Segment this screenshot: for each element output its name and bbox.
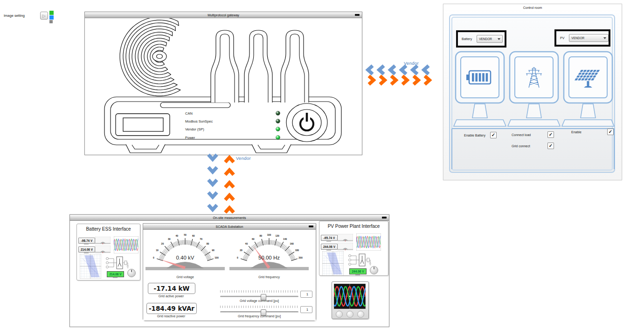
gateway-titlebar[interactable]: Multiprotocol gateway — [85, 12, 362, 18]
mini-gauge — [95, 237, 111, 244]
pv-vendor-group: PV VENDOR — [554, 29, 610, 47]
desktop: Image setting ▷ Multiprotocol gateway CA… — [0, 0, 644, 328]
xy-plot — [80, 254, 101, 279]
oscilloscope-knob[interactable] — [357, 311, 364, 318]
control-room-window: Control room Battery VENDOR PV VENDOR En… — [443, 4, 622, 180]
led-label: Modbus SunSpec — [185, 119, 213, 123]
svg-text:80: 80 — [207, 242, 209, 245]
green-voltage-display: 214.06 V — [107, 271, 124, 277]
knob — [127, 269, 136, 277]
gateway-title: Multiprotocol gateway — [208, 14, 239, 17]
knob — [370, 266, 378, 274]
vendor-link-arrows-vertical — [204, 152, 260, 213]
green-square-icon — [49, 11, 54, 15]
svg-text:120: 120 — [275, 234, 279, 237]
svg-text:60: 60 — [252, 238, 255, 240]
led-label: Vendor (SP) — [185, 127, 204, 131]
svg-text:100: 100 — [215, 256, 219, 259]
battery-vendor-dropdown[interactable]: VENDOR — [477, 35, 503, 43]
battery-vendor-value: VENDOR — [479, 37, 492, 41]
pv-vendor-dropdown[interactable]: VENDOR — [569, 34, 609, 42]
display-caption — [326, 241, 331, 242]
gateway-drawing: CANModbus SunSpecVendor (SP)Power — [85, 18, 361, 154]
svg-text:20: 20 — [240, 249, 242, 252]
scada-titlebar[interactable]: SCADA Substation — [143, 224, 316, 230]
grid-active-power-display: -17.14 kW — [148, 283, 195, 294]
grid-voltage-command-value[interactable]: 1 — [300, 291, 312, 298]
checkbox-grid-connect[interactable]: ✓ — [547, 143, 554, 149]
dc-voltage-display: -95.74 V — [321, 235, 338, 241]
svg-text:200: 200 — [298, 256, 303, 259]
led-label: Power — [185, 136, 195, 140]
scada-title: SCADA Substation — [216, 225, 243, 228]
slider-ticks — [220, 290, 298, 293]
minimize-icon[interactable] — [382, 217, 387, 219]
svg-text:10: 10 — [156, 249, 159, 252]
pv-power-plant-panel-title: PV Power Plant Interface — [319, 224, 388, 229]
grid-voltage-gauge: 01020304050607080901000.40 kV — [145, 232, 225, 277]
display-caption — [84, 244, 89, 245]
led-label: CAN — [185, 111, 193, 116]
enable-label: Enable — [571, 130, 582, 134]
green-voltage-display: 244.06 V — [349, 268, 367, 274]
onsite-titlebar[interactable]: On-site measurements — [70, 215, 389, 221]
checkbox-connect-load[interactable]: ✓ — [547, 131, 554, 138]
onsite-title: On-site measurements — [213, 216, 246, 219]
grid-frequency-command-value[interactable]: 1 — [300, 306, 312, 313]
checkbox-enable-battery[interactable]: ✓ — [490, 132, 497, 138]
image-setting-label: Image setting — [4, 14, 25, 18]
minimize-icon[interactable] — [309, 226, 313, 227]
status-led — [276, 127, 280, 131]
svg-text:20: 20 — [161, 242, 164, 245]
pv-vendor-value: VENDOR — [571, 36, 584, 40]
svg-text:60: 60 — [192, 234, 195, 237]
pv-power-plant-panel: PV Power Plant Interface -95.74 V244.06 … — [319, 221, 388, 276]
svg-text:30: 30 — [168, 238, 171, 240]
scada-substation-window: SCADA Substation 01020304050607080901000… — [143, 223, 316, 321]
status-led — [276, 119, 280, 123]
display-caption — [84, 253, 89, 253]
enable-battery-label: Enable Battery — [464, 134, 485, 137]
gray-square-icon — [49, 20, 53, 23]
oscilloscope-knob[interactable] — [336, 311, 343, 318]
onsite-measurements-window: On-site measurements Battery ESS Interfa… — [69, 214, 389, 327]
monitors-drawing — [450, 49, 616, 170]
svg-text:70: 70 — [200, 238, 202, 240]
chevron-down-icon — [603, 37, 606, 39]
battery-vendor-group: Battery VENDOR — [456, 30, 506, 48]
grid-frequency-gauge: 02040608010012014016018020050.00 Hz — [229, 232, 309, 277]
svg-text:0.40 kV: 0.40 kV — [176, 255, 194, 260]
chevron-down-icon — [498, 38, 500, 40]
display-caption — [355, 274, 360, 275]
grid-reactive-power-display: -184.49 kVAr — [146, 303, 197, 314]
battery-ess-panel-title: Battery ESS Interface — [77, 226, 140, 232]
grid-frequency-gauge-label: Grid frequency — [229, 275, 309, 279]
grid-reactive-power-label: Grid reactive power — [146, 314, 196, 318]
gateway-window: Multiprotocol gateway CANModbus SunSpecV… — [84, 12, 362, 155]
svg-text:40: 40 — [245, 242, 248, 245]
checkbox-enable[interactable]: ✓ — [607, 129, 614, 135]
blue-square-icon — [49, 15, 54, 20]
grid-active-power-label: Grid active power — [148, 294, 194, 298]
display-caption — [326, 250, 331, 251]
svg-text:50: 50 — [184, 233, 187, 236]
run-button[interactable]: ▷ — [40, 12, 48, 20]
battery-ess-panel: Battery ESS Interface -98.74 V214.06 V21… — [76, 224, 140, 280]
svg-text:0: 0 — [237, 256, 238, 259]
svg-text:0: 0 — [153, 256, 154, 259]
svg-text:100: 100 — [267, 233, 271, 236]
oscilloscope — [332, 281, 369, 319]
grid-connect-label: Grid connect — [512, 144, 530, 148]
oscilloscope-screen — [334, 284, 366, 309]
svg-text:180: 180 — [295, 249, 299, 252]
minimize-icon[interactable] — [355, 14, 360, 16]
control-room-title: Control room — [443, 6, 622, 9]
svg-text:140: 140 — [283, 238, 287, 240]
oscilloscope-knob[interactable] — [346, 311, 353, 318]
svg-text:80: 80 — [260, 234, 263, 237]
slider-ticks — [220, 306, 298, 308]
waveform-chart — [356, 233, 381, 251]
vendor-link-arrows-horizontal — [365, 62, 440, 86]
mini-gauge — [338, 234, 353, 241]
mini-gauge — [95, 246, 111, 253]
